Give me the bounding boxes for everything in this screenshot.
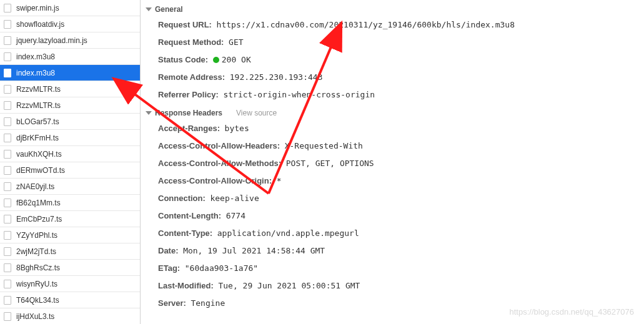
request-list-item[interactable]: 2wjM2jTd.ts: [0, 243, 140, 260]
label-status-code: Status Code:: [158, 55, 208, 64]
section-response-headers[interactable]: Response Headers: [146, 109, 222, 117]
section-general[interactable]: General: [141, 2, 644, 16]
label-ac-allow-methods: Access-Control-Allow-Methods:: [158, 159, 281, 168]
request-list-item-label: djBrKFmH.ts: [16, 134, 59, 142]
file-icon: [4, 69, 11, 77]
request-list-item[interactable]: index.m3u8: [0, 65, 140, 81]
request-list-item[interactable]: ijHdXuL3.ts: [0, 308, 140, 324]
file-icon: [4, 52, 11, 61]
value-date: Mon, 19 Jul 2021 14:58:44 GMT: [183, 246, 325, 255]
request-list-item-label: swiper.min.js: [16, 4, 59, 12]
file-icon: [4, 36, 11, 45]
request-list-item[interactable]: bLOGar57.ts: [0, 114, 140, 130]
row-server: Server: Tengine: [141, 295, 644, 312]
request-list-item[interactable]: fB62q1Mm.ts: [0, 195, 140, 211]
request-list-item[interactable]: EmCbPzu7.ts: [0, 211, 140, 227]
value-content-type: application/vnd.apple.mpegurl: [217, 228, 359, 238]
section-response-headers-label: Response Headers: [155, 109, 222, 117]
row-last-modified: Last-Modified: Tue, 29 Jun 2021 05:00:51…: [141, 277, 644, 295]
request-list-item[interactable]: jquery.lazyload.min.js: [0, 32, 140, 49]
request-list-item-label: bLOGar57.ts: [16, 117, 59, 126]
file-icon: [4, 280, 11, 288]
label-last-modified: Last-Modified:: [158, 281, 214, 290]
label-content-length: Content-Length:: [158, 211, 221, 220]
value-ac-allow-methods: POST, GET, OPTIONS: [286, 159, 374, 168]
request-list-item[interactable]: T64QkL34.ts: [0, 292, 140, 308]
chevron-down-icon: [146, 111, 152, 115]
row-remote-address: Remote Address: 192.225.230.193:443: [141, 69, 644, 86]
row-ac-allow-origin: Access-Control-Allow-Origin: *: [141, 172, 644, 190]
row-connection: Connection: keep-alive: [141, 190, 644, 207]
file-icon: [4, 166, 11, 175]
file-icon: [4, 199, 11, 207]
request-list-item-label: ijHdXuL3.ts: [16, 312, 54, 321]
value-content-length: 6774: [226, 211, 245, 220]
row-content-type: Content-Type: application/vnd.apple.mpeg…: [141, 225, 644, 242]
section-general-label: General: [155, 5, 183, 14]
label-referrer-policy: Referrer Policy:: [158, 90, 219, 99]
value-ac-allow-origin: *: [277, 176, 282, 185]
request-list-item-label: YZyYdPhl.ts: [16, 231, 57, 240]
file-icon: [4, 20, 11, 29]
label-ac-allow-origin: Access-Control-Allow-Origin:: [158, 176, 272, 185]
label-ac-allow-headers: Access-Control-Allow-Headers:: [158, 141, 280, 150]
row-request-method: Request Method: GET: [141, 34, 644, 51]
view-source-link[interactable]: View source: [236, 109, 277, 117]
file-icon: [4, 215, 11, 223]
file-icon: [4, 150, 11, 159]
file-icon: [4, 85, 11, 94]
request-list-item[interactable]: RzzvMLTR.ts: [0, 81, 140, 97]
request-list-item-label: wisynRyU.ts: [16, 280, 57, 288]
request-list-item-label: fB62q1Mm.ts: [16, 199, 61, 207]
file-icon: [4, 4, 11, 12]
value-server: Tengine: [191, 298, 225, 308]
request-list-item[interactable]: djBrKFmH.ts: [0, 130, 140, 146]
network-request-list[interactable]: swiper.min.jsshowfloatdiv.jsjquery.lazyl…: [0, 0, 141, 324]
file-icon: [4, 247, 11, 256]
request-list-item-label: jquery.lazyload.min.js: [16, 36, 87, 45]
label-connection: Connection:: [158, 194, 206, 203]
label-remote-address: Remote Address:: [158, 72, 225, 82]
value-etag: "60daa903-1a76": [185, 263, 258, 273]
file-icon: [4, 101, 11, 110]
file-icon: [4, 117, 11, 126]
value-status-code: 200 OK: [213, 55, 251, 64]
request-list-item-label: showfloatdiv.js: [16, 20, 64, 29]
value-ac-allow-headers: X-Requested-With: [285, 141, 363, 150]
request-list-item[interactable]: swiper.min.js: [0, 0, 140, 16]
headers-panel: General Request URL: https://x1.cdnav00.…: [141, 0, 644, 324]
value-connection: keep-alive: [210, 194, 259, 203]
request-list-item[interactable]: zNAE0yjl.ts: [0, 179, 140, 195]
request-list-item[interactable]: 8BghRsCz.ts: [0, 260, 140, 276]
request-list-item-label: 8BghRsCz.ts: [16, 263, 60, 272]
file-icon: [4, 231, 11, 240]
file-icon: [4, 182, 11, 191]
request-list-item-label: vauKhXQH.ts: [16, 150, 62, 159]
request-list-item[interactable]: dERmwOTd.ts: [0, 162, 140, 179]
label-content-type: Content-Type:: [158, 228, 212, 238]
row-etag: ETag: "60daa903-1a76": [141, 260, 644, 277]
request-list-item-label: RzzvMLTR.ts: [16, 85, 61, 94]
value-referrer-policy: strict-origin-when-cross-origin: [223, 90, 375, 99]
request-list-item-label: index.m3u8: [16, 52, 55, 61]
request-list-item[interactable]: index.m3u8: [0, 49, 140, 65]
status-code-text: 200 OK: [222, 55, 251, 64]
value-last-modified: Tue, 29 Jun 2021 05:00:51 GMT: [218, 281, 360, 290]
request-list-item[interactable]: RzzvMLTR.ts: [0, 97, 140, 114]
request-list-item[interactable]: vauKhXQH.ts: [0, 146, 140, 162]
request-list-item[interactable]: showfloatdiv.js: [0, 16, 140, 32]
request-list-item-label: 2wjM2jTd.ts: [16, 247, 56, 256]
request-list-item[interactable]: YZyYdPhl.ts: [0, 227, 140, 243]
value-accept-ranges: bytes: [225, 124, 249, 133]
label-accept-ranges: Accept-Ranges:: [158, 124, 220, 133]
file-icon: [4, 312, 11, 321]
value-request-method: GET: [229, 37, 243, 47]
row-request-url: Request URL: https://x1.cdnav00.com/2021…: [141, 16, 644, 34]
request-list-item-label: zNAE0yjl.ts: [16, 182, 54, 191]
value-remote-address: 192.225.230.193:443: [230, 72, 323, 82]
request-list-item-label: EmCbPzu7.ts: [16, 215, 62, 223]
row-ac-allow-methods: Access-Control-Allow-Methods: POST, GET,…: [141, 155, 644, 172]
row-content-length: Content-Length: 6774: [141, 207, 644, 225]
request-list-item[interactable]: wisynRyU.ts: [0, 276, 140, 292]
status-dot-icon: [213, 57, 219, 63]
